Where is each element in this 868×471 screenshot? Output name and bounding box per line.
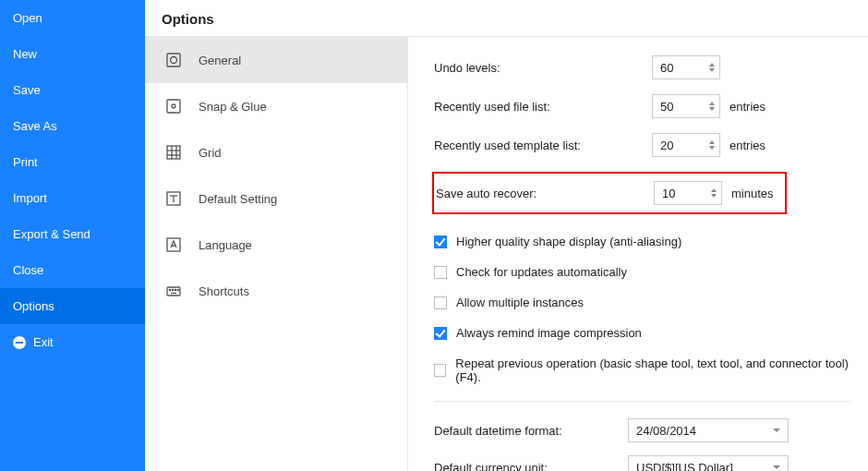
page-title: Options [145,0,868,36]
tab-default-setting[interactable]: Default Setting [145,175,407,222]
tab-label: Default Setting [199,192,277,206]
tab-grid[interactable]: Grid [145,129,407,175]
recent-files-input[interactable]: 50 [652,94,720,118]
tab-language[interactable]: Language [145,222,407,268]
sidebar-item-print[interactable]: Print [0,144,145,180]
field-label: Undo levels: [434,61,652,75]
value: 20 [653,139,705,152]
checkbox-label: Allow multiple instances [456,296,584,309]
spinner-arrows[interactable] [705,95,719,117]
svg-rect-4 [167,146,180,159]
tabs-list: General Snap & Glue Grid Default Setting… [145,37,408,471]
field-label: Save auto recover: [434,187,654,200]
sidebar-item-save-as[interactable]: Save As [0,108,145,144]
spinner-arrows[interactable] [706,182,721,204]
row-recent-templates: Recently used template list: 20 entries [434,133,850,157]
svg-point-3 [172,104,175,108]
checkbox-label: Always remind image compression [456,326,642,340]
sidebar-item-import[interactable]: Import [0,180,145,216]
chevron-down-icon [773,429,780,432]
auto-recover-input[interactable]: 10 [654,181,722,205]
field-label: Recently used file list: [434,100,652,114]
label: Import [13,191,47,205]
checkbox-check-updates[interactable]: Check for updates automatically [434,265,850,279]
recent-templates-input[interactable]: 20 [652,133,720,157]
main: Options General Snap & Glue Grid Default [145,0,868,471]
checkbox-icon [434,236,447,248]
sidebar-item-close[interactable]: Close [0,252,145,288]
language-icon [165,236,182,253]
svg-point-16 [175,289,175,290]
checkbox-icon [434,266,447,279]
label: Options [13,299,54,313]
label: Print [13,155,38,169]
content: General Snap & Glue Grid Default Setting… [145,36,868,471]
label: Close [13,263,43,277]
tab-label: Language [199,238,252,252]
svg-rect-2 [167,100,180,113]
grid-icon [165,144,182,161]
suffix: entries [729,100,766,114]
keyboard-icon [165,283,182,299]
checkbox-label: Repeat previous operation (basic shape t… [455,356,850,384]
field-label: Recently used template list: [434,139,652,152]
row-recent-files: Recently used file list: 50 entries [434,94,850,118]
sidebar-item-options[interactable]: Options [0,288,145,324]
tab-general[interactable]: General [145,37,407,83]
checkbox-icon [434,364,446,377]
row-datetime-format: Default datetime format: 24/08/2014 [434,418,850,442]
chevron-down-icon [773,465,780,469]
row-currency-unit: Default currency unit: USD[$][US Dollar] [434,455,850,471]
undo-levels-input[interactable]: 60 [652,55,720,79]
label: Save [13,83,41,97]
settings-panel: Undo levels: 60 Recently used file list:… [408,37,868,471]
label: Save As [13,119,57,133]
separator [434,401,850,402]
tab-shortcuts[interactable]: Shortcuts [145,268,407,314]
svg-rect-0 [167,54,180,66]
value: 24/08/2014 [636,424,773,438]
svg-point-17 [177,289,178,290]
tab-snap-glue[interactable]: Snap & Glue [145,83,407,129]
row-undo-levels: Undo levels: 60 [434,55,850,79]
checkbox-anti-aliasing[interactable]: Higher quality shape display (anti-alias… [434,235,850,248]
svg-point-1 [171,57,177,64]
text-icon [165,190,182,207]
label: Open [13,11,42,25]
row-auto-recover: Save auto recover: 10 minutes [432,172,787,214]
label: Exit [33,335,54,349]
sidebar-item-open[interactable]: Open [0,0,145,36]
svg-point-15 [172,289,173,290]
spinner-arrows[interactable] [705,134,719,156]
sidebar-item-new[interactable]: New [0,36,145,72]
tab-label: Grid [199,146,222,160]
app: Open New Save Save As Print Import Expor… [0,0,868,471]
gear-icon [165,52,182,68]
checkbox-repeat-operation[interactable]: Repeat previous operation (basic shape t… [434,356,850,384]
spinner-arrows[interactable] [705,56,719,78]
checkbox-icon [434,296,447,309]
datetime-format-select[interactable]: 24/08/2014 [628,418,789,442]
field-label: Default currency unit: [434,461,628,472]
suffix: entries [729,139,766,152]
checkbox-multiple-instances[interactable]: Allow multiple instances [434,296,850,309]
field-label: Default datetime format: [434,424,628,438]
checkbox-icon [434,327,447,340]
tab-label: Snap & Glue [199,100,267,114]
tab-label: Shortcuts [199,284,249,298]
value: 10 [655,187,706,200]
sidebar-item-save[interactable]: Save [0,72,145,108]
tab-label: General [199,54,241,67]
sidebar-item-exit[interactable]: Exit [0,324,145,360]
snap-icon [165,98,182,115]
label: New [13,47,37,61]
value: 50 [653,100,705,114]
value: USD[$][US Dollar] [636,461,773,472]
checkbox-label: Higher quality shape display (anti-alias… [456,235,681,248]
svg-rect-13 [167,287,180,296]
exit-icon [13,336,26,349]
checkbox-image-compression[interactable]: Always remind image compression [434,326,850,340]
currency-unit-select[interactable]: USD[$][US Dollar] [628,455,789,471]
svg-point-14 [169,289,170,290]
sidebar-item-export-send[interactable]: Export & Send [0,216,145,252]
